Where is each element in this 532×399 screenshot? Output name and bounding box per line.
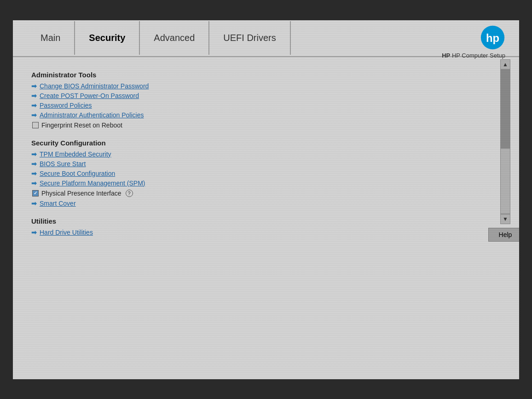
menu-item-admin-auth[interactable]: ➡ Administrator Authentication Policies [31, 111, 473, 119]
arrow-icon-change-bios-pw: ➡ [31, 82, 37, 90]
link-smart-cover[interactable]: Smart Cover [40, 200, 76, 207]
menu-item-create-post-pw[interactable]: ➡ Create POST Power-On Password [31, 92, 473, 99]
link-secure-platform[interactable]: Secure Platform Management (SPM) [40, 179, 145, 187]
content-panel: Administrator Tools ➡ Change BIOS Admini… [13, 57, 492, 248]
arrow-icon-tpm: ➡ [31, 150, 37, 158]
link-password-policies[interactable]: Password Policies [40, 102, 92, 109]
link-admin-auth[interactable]: Administrator Authentication Policies [40, 111, 144, 119]
arrow-icon-bios-sure-start: ➡ [31, 160, 37, 168]
main-area: Administrator Tools ➡ Change BIOS Admini… [13, 57, 519, 248]
menu-item-hard-drive-utils[interactable]: ➡ Hard Drive Utilities [31, 229, 473, 236]
arrow-icon-password-policies: ➡ [31, 102, 37, 109]
section-title-admin-tools: Administrator Tools [31, 71, 473, 79]
menu-item-secure-platform[interactable]: ➡ Secure Platform Management (SPM) [31, 179, 473, 187]
scrollbar-panel: ▲ ▼ Help [492, 57, 519, 248]
link-hard-drive-utils[interactable]: Hard Drive Utilities [40, 229, 93, 236]
section-title-utilities: Utilities [31, 217, 473, 225]
link-secure-boot[interactable]: Secure Boot Configuration [40, 170, 115, 177]
section-title-security-config: Security Configuration [31, 139, 473, 147]
tab-advanced[interactable]: Advanced [140, 21, 209, 55]
arrow-icon-smart-cover: ➡ [31, 200, 37, 207]
arrow-icon-hard-drive-utils: ➡ [31, 229, 37, 236]
svg-text:hp: hp [486, 31, 499, 44]
checkbox-item-fingerprint[interactable]: Fingerprint Reset on Reboot [32, 121, 473, 129]
bios-content-area: Main Security Advanced UEFI Drivers hp H… [13, 20, 519, 379]
menu-item-smart-cover[interactable]: ➡ Smart Cover [31, 200, 473, 207]
link-bios-sure-start[interactable]: BIOS Sure Start [40, 160, 86, 168]
scroll-up-button[interactable]: ▲ [500, 59, 510, 69]
menu-item-secure-boot[interactable]: ➡ Secure Boot Configuration [31, 170, 473, 177]
link-change-bios-pw[interactable]: Change BIOS Administrator Password [40, 82, 149, 90]
nav-tabs: Main Security Advanced UEFI Drivers [27, 20, 505, 56]
tab-main[interactable]: Main [27, 21, 75, 55]
arrow-icon-admin-auth: ➡ [31, 111, 37, 119]
checkbox-fingerprint[interactable] [32, 122, 39, 128]
checkbox-item-physical-presence[interactable]: ✓ Physical Presence Interface ? [32, 190, 473, 197]
nav-bar: Main Security Advanced UEFI Drivers hp H… [13, 20, 519, 57]
menu-item-bios-sure-start[interactable]: ➡ BIOS Sure Start [31, 160, 473, 168]
menu-item-change-bios-pw[interactable]: ➡ Change BIOS Administrator Password [31, 82, 473, 90]
hp-logo-icon: hp [480, 25, 505, 50]
hp-logo-area: hp HP HP Computer Setup [442, 25, 505, 59]
scroll-down-button[interactable]: ▼ [500, 214, 510, 224]
arrow-icon-secure-boot: ➡ [31, 170, 37, 177]
help-icon-physical-presence[interactable]: ? [126, 190, 133, 197]
scroll-track[interactable] [500, 69, 510, 214]
label-fingerprint: Fingerprint Reset on Reboot [41, 121, 122, 129]
checkbox-physical-presence[interactable]: ✓ [32, 190, 39, 197]
menu-item-password-policies[interactable]: ➡ Password Policies [31, 102, 473, 109]
arrow-icon-create-post-pw: ➡ [31, 92, 37, 99]
tab-security[interactable]: Security [75, 21, 140, 55]
tab-uefi-drivers[interactable]: UEFI Drivers [209, 21, 290, 55]
bios-screen: Main Security Advanced UEFI Drivers hp H… [13, 20, 519, 379]
menu-item-tpm[interactable]: ➡ TPM Embedded Security [31, 150, 473, 158]
label-physical-presence: Physical Presence Interface [41, 190, 121, 197]
link-tpm[interactable]: TPM Embedded Security [40, 150, 111, 158]
help-button[interactable]: Help [488, 228, 519, 242]
scroll-thumb [501, 70, 510, 149]
link-create-post-pw[interactable]: Create POST Power-On Password [40, 92, 139, 99]
arrow-icon-secure-platform: ➡ [31, 179, 37, 187]
